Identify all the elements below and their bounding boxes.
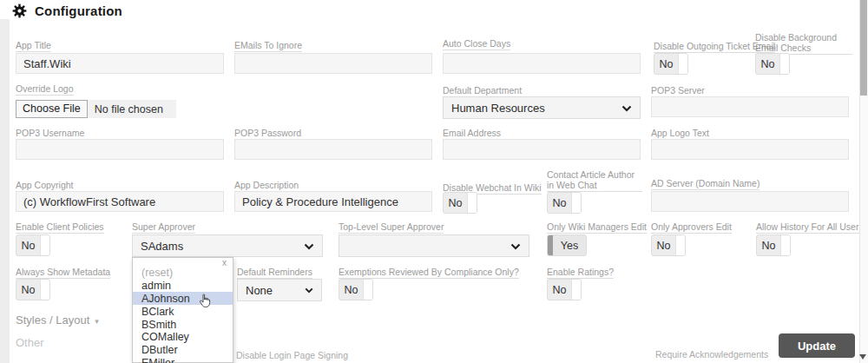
only-approvers-edit-label: Only Approvers Edit [651,221,732,234]
top-level-super-approver-label: Top-Level Super Approver [339,221,444,234]
dropdown-item-reset[interactable]: (reset) [133,266,233,279]
dropdown-item-ajohnson[interactable]: AJohnson [133,292,233,305]
only-wiki-managers-edit-toggle[interactable]: Yes [547,234,587,256]
override-logo-file-input[interactable]: Choose File No file chosen [16,100,176,118]
contact-article-author-toggle[interactable]: No [547,192,582,214]
ad-server-label: AD Server (Domain Name) [651,178,760,190]
toggle-thumb [467,192,477,214]
only-wiki-managers-edit-label: Only Wiki Managers Edit [547,221,647,234]
styles-layout-section-toggle[interactable]: Styles / Layout▾ [16,314,99,327]
toggle-thumb [675,234,685,256]
auto-close-days-label: Auto Close Days [443,38,510,50]
disable-outgoing-ticket-email-toggle[interactable]: No [654,53,688,75]
configuration-page: Configuration App Title Staff.Wiki EMail… [0,0,868,363]
pop3-username-input[interactable] [16,139,224,160]
app-title-input[interactable]: Staff.Wiki [16,53,224,74]
pop3-server-label: POP3 Server [651,85,705,97]
disable-background-email-checks-toggle[interactable]: No [755,53,790,75]
exemptions-reviewed-toggle[interactable]: No [339,279,373,300]
default-reminders-label: Default Reminders [237,267,312,279]
other-section-toggle[interactable]: Other [16,336,44,349]
app-copyright-label: App Copyright [16,180,74,192]
enable-client-policies-toggle[interactable]: No [16,234,50,256]
vertical-scrollbar[interactable] [859,0,868,363]
enable-ratings-toggle[interactable]: No [547,279,582,300]
app-description-input[interactable]: Policy & Procedure Intelligence [234,191,432,212]
disable-webchat-in-wiki-toggle[interactable]: No [443,192,477,214]
contact-article-author-label: Contact Article Author in Web Chat [547,170,642,192]
dropdown-item-bclark[interactable]: BClark [133,305,233,318]
gear-icon [12,3,27,18]
app-description-label: App Description [234,180,299,192]
default-department-select[interactable]: Human Resources [443,96,641,119]
left-gutter [0,19,10,363]
chevron-down-icon [304,243,314,250]
super-approver-select[interactable]: SAdams [132,234,323,257]
email-address-label: Email Address [443,128,501,140]
pop3-server-input[interactable] [651,96,849,117]
toggle-thumb [780,234,790,256]
auto-close-days-input[interactable] [443,53,641,74]
scrollbar-thumb[interactable] [860,0,867,96]
disable-login-page-signing-label: Disable Login Page Signing [236,350,348,360]
dropdown-list: (reset) admin AJohnson BClark BSmith COM… [133,266,233,363]
super-approver-dropdown: x (reset) admin AJohnson BClark BSmith C… [132,257,233,363]
toggle-thumb [779,53,789,75]
toggle-thumb [40,279,49,300]
pop3-username-label: POP3 Username [16,128,84,140]
scrollbar-down-arrow-icon[interactable] [859,354,866,360]
chevron-down-icon [621,105,632,112]
require-acknowledgements-label: Require Acknowledgements [655,349,768,360]
dropdown-item-emiller[interactable]: EMiller [133,356,233,363]
page-title: Configuration [35,3,122,18]
emails-to-ignore-label: EMails To Ignore [234,40,302,52]
super-approver-label: Super Approver [132,221,195,234]
update-button[interactable]: Update [779,333,855,358]
top-level-super-approver-select[interactable] [339,234,529,257]
toggle-thumb [40,234,49,256]
dropdown-item-dbutler[interactable]: DButler [133,343,233,356]
dropdown-item-admin[interactable]: admin [133,279,233,292]
enable-client-policies-label: Enable Client Policies [16,221,104,234]
toggle-thumb [363,279,372,300]
triangle-down-icon: ▾ [95,317,99,326]
emails-to-ignore-input[interactable] [234,53,432,74]
app-title-label: App Title [16,40,51,52]
default-department-label: Default Department [443,85,522,97]
page-header: Configuration [12,3,122,18]
default-reminders-select[interactable]: None [237,279,322,301]
app-logo-text-input[interactable] [651,139,849,160]
choose-file-button[interactable]: Choose File [16,100,88,118]
toggle-thumb [571,192,581,214]
allow-history-for-all-users-toggle[interactable]: No [756,234,791,256]
chevron-down-icon [510,243,521,250]
email-address-input[interactable] [443,139,641,160]
file-chosen-status: No file chosen [95,103,163,116]
app-logo-text-label: App Logo Text [651,128,709,140]
app-copyright-input[interactable]: (c) WorkflowFirst Software [16,191,224,212]
enable-ratings-label: Enable Ratings? [547,267,614,279]
disable-background-email-checks-label: Disable Background Email Checks [755,33,852,55]
allow-history-for-all-users-label: Allow History For All Users? [756,221,868,234]
always-show-metadata-label: Always Show Metadata [16,267,110,279]
chevron-down-icon [305,287,313,294]
dropdown-item-comalley[interactable]: COMalley [133,330,233,343]
dropdown-item-bsmith[interactable]: BSmith [133,318,233,331]
pop3-password-input[interactable] [234,139,432,160]
toggle-thumb [678,53,687,75]
ad-server-input[interactable] [651,191,849,212]
exemptions-reviewed-label: Exemptions Reviewed By Compliance Only? [339,267,519,279]
override-logo-label: Override Logo [16,83,74,96]
always-show-metadata-toggle[interactable]: No [16,279,50,300]
toggle-thumb [571,279,581,300]
only-approvers-edit-toggle[interactable]: No [651,234,686,256]
pop3-password-label: POP3 Password [234,128,301,140]
